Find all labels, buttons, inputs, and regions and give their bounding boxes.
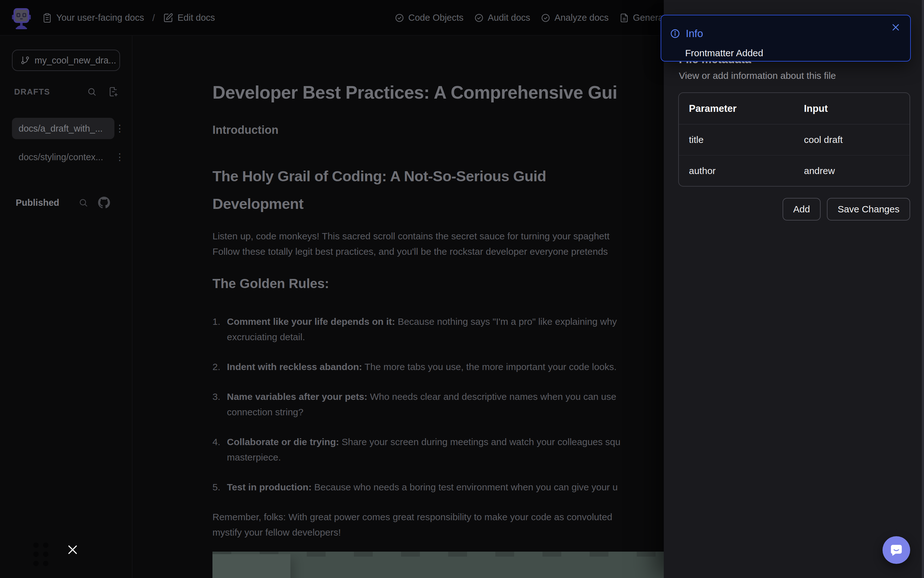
close-icon[interactable]	[890, 22, 901, 33]
list-marker: 3.	[213, 389, 227, 420]
breadcrumb-current-label: Edit docs	[177, 13, 215, 23]
app-root: Your user-facing docs / Edit docs	[0, 0, 924, 578]
kebab-menu-icon[interactable]: ⋮	[114, 153, 125, 162]
draft-list-item: docs/a_draft_with_... ⋮	[12, 118, 125, 139]
panel-subtitle: View or add information about this file	[679, 70, 836, 81]
panel-actions: Add Save Changes	[782, 198, 910, 221]
list-item-text: Because nothing says "I'm a pro" like ex…	[395, 316, 617, 327]
branch-selector-button[interactable]: my_cool_new_dra...	[12, 50, 120, 71]
circle-check-icon	[474, 13, 484, 23]
toast-header: Info	[670, 28, 703, 40]
branch-name: my_cool_new_dra...	[34, 55, 116, 66]
breadcrumb-project-link[interactable]: Your user-facing docs	[42, 13, 144, 23]
toast-severity: Info	[686, 28, 703, 40]
list-item-text: Share your screen during meetings and wa…	[339, 437, 621, 447]
image-card-shape	[213, 554, 290, 578]
cell-parameter: author	[689, 166, 804, 176]
toast-message: Frontmatter Added	[685, 48, 763, 58]
list-marker: 1.	[213, 314, 227, 344]
left-sidebar: my_cool_new_dra... DRAFTS	[0, 36, 132, 578]
draft-item-styling-contex[interactable]: docs/styling/contex...	[12, 149, 114, 165]
search-icon[interactable]	[78, 198, 88, 207]
save-changes-button[interactable]: Save Changes	[827, 198, 910, 221]
search-icon[interactable]	[87, 87, 96, 96]
menu-item-code-objects[interactable]: Code Objects	[395, 13, 464, 23]
list-item-bold: Collaborate or die trying:	[227, 437, 339, 447]
list-marker: 2.	[213, 359, 227, 375]
list-item-bold: Test in production:	[227, 482, 311, 492]
menu-item-analyze-docs[interactable]: Analyze docs	[541, 13, 609, 23]
robot-logo-icon[interactable]	[12, 6, 31, 29]
add-button[interactable]: Add	[782, 198, 821, 221]
list-marker: 4.	[213, 434, 227, 465]
chat-launcher-button[interactable]	[883, 536, 910, 564]
cell-value: cool draft	[804, 135, 909, 145]
table-row: title cool draft	[679, 124, 909, 155]
new-file-icon[interactable]	[109, 87, 119, 97]
breadcrumb-project-label: Your user-facing docs	[56, 13, 144, 23]
list-item-text: masterpiece.	[227, 450, 620, 465]
info-toast: Info Frontmatter Added	[660, 15, 911, 62]
circle-check-icon	[395, 13, 404, 23]
draft-item-a-draft-with[interactable]: docs/a_draft_with_...	[12, 118, 114, 139]
published-section-header: Published	[16, 196, 110, 209]
menu-label: Audit docs	[488, 13, 530, 23]
clipboard-icon	[42, 13, 52, 23]
breadcrumb-separator: /	[152, 13, 155, 23]
draft-item-label: docs/a_draft_with_...	[18, 123, 103, 134]
list-item-text: connection string?	[227, 404, 616, 420]
breadcrumb: Your user-facing docs / Edit docs	[42, 0, 215, 36]
chat-bubble-icon	[889, 543, 904, 557]
cell-value: andrew	[804, 166, 909, 176]
drag-handle-dots-icon[interactable]	[33, 542, 49, 566]
list-item-bold: Name variables after your pets:	[227, 391, 368, 402]
breadcrumb-current-link[interactable]: Edit docs	[163, 13, 215, 23]
column-header-parameter: Parameter	[689, 103, 804, 114]
list-item-text: excruciating detail.	[227, 329, 617, 344]
column-header-input: Input	[804, 103, 909, 114]
metadata-table: Parameter Input title cool draft author …	[678, 93, 910, 187]
list-item-text: Because who needs a boring test environm…	[311, 482, 618, 492]
table-row: author andrew	[679, 155, 909, 186]
menu-label: Analyze docs	[555, 13, 609, 23]
circle-check-icon	[541, 13, 550, 23]
list-item-text: Who needs clear and descriptive names wh…	[368, 391, 616, 402]
published-label: Published	[16, 198, 78, 208]
panel-scrollbar[interactable]	[922, 0, 924, 578]
info-icon	[670, 29, 680, 39]
drafts-section-header: DRAFTS	[14, 87, 119, 97]
file-metadata-panel: File metadata View or add information ab…	[664, 0, 924, 578]
github-icon[interactable]	[98, 196, 110, 209]
list-item-text: The more tabs you use, the more importan…	[362, 362, 617, 372]
kebab-menu-icon[interactable]: ⋮	[114, 124, 125, 133]
table-header-row: Parameter Input	[679, 93, 909, 124]
menu-label: Code Objects	[408, 13, 464, 23]
edit-docs-icon	[163, 13, 173, 23]
draft-list-item: docs/styling/contex... ⋮	[12, 149, 125, 165]
list-item-bold: Comment like your life depends on it:	[227, 316, 395, 327]
drafts-label: DRAFTS	[14, 87, 87, 97]
draft-item-label: docs/styling/contex...	[18, 152, 103, 162]
menu-item-audit-docs[interactable]: Audit docs	[474, 13, 530, 23]
cell-parameter: title	[689, 135, 804, 145]
git-branch-icon	[20, 55, 30, 65]
file-icon	[620, 13, 629, 23]
navbar-menu: Code Objects Audit docs Analyze docs	[395, 0, 671, 36]
list-item-bold: Indent with reckless abandon:	[227, 362, 362, 372]
close-overlay-icon[interactable]	[67, 544, 78, 557]
list-marker: 5.	[213, 479, 227, 495]
